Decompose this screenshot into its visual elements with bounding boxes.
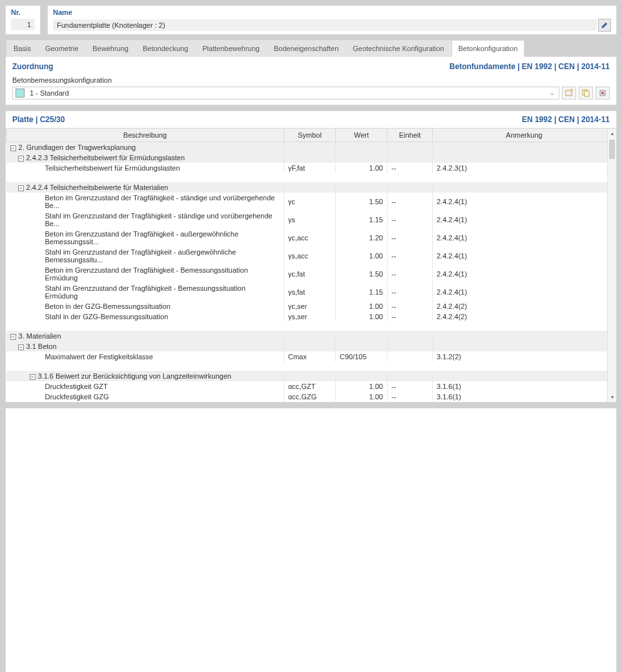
- cell-val[interactable]: C90/105: [336, 352, 388, 362]
- cell-sym: γs,fat: [284, 283, 336, 301]
- cell-sym: γF,fat: [284, 163, 336, 173]
- cell-note: [433, 182, 616, 193]
- assignment-title: Zuordnung: [12, 62, 53, 71]
- name-field: Name Fundamentplatte (Knotenlager : 2): [47, 5, 617, 35]
- cell-note: [433, 142, 616, 153]
- cell-val[interactable]: 1.00: [336, 247, 388, 265]
- cell-val[interactable]: 1.00: [336, 381, 388, 392]
- tab-basis[interactable]: Basis: [6, 40, 38, 57]
- table-row[interactable]: Stahl in der GZG-Bemessungssituationγs,s…: [6, 311, 616, 322]
- table-row[interactable]: Stahl im Grenzzustand der Tragfähigkeit …: [6, 247, 616, 265]
- table-row[interactable]: Maximalwert der FestigkeitsklasseCmaxC90…: [6, 352, 616, 362]
- cell-note: [433, 331, 616, 341]
- table-title-right: EN 1992 | CEN | 2014-11: [522, 115, 610, 124]
- cell-val[interactable]: 1.00: [336, 301, 388, 311]
- table-row[interactable]: Stahl im Grenzzustand der Tragfähigkeit …: [6, 211, 616, 229]
- cell-note: 3.1.6(1): [433, 381, 616, 392]
- dropdown-arrow-icon[interactable]: ⌄: [546, 90, 559, 96]
- tab-bewehrung[interactable]: Bewehrung: [85, 40, 136, 57]
- cell-val[interactable]: 1.00: [336, 392, 388, 402]
- svg-rect-0: [566, 90, 572, 96]
- cell-sym: [284, 371, 336, 381]
- config-select[interactable]: 1 - Standard ⌄: [12, 87, 559, 100]
- cell-val[interactable]: 1.00: [336, 311, 388, 322]
- table-row[interactable]: −2.4.2.4 Teilsicherheitsbeiwerte für Mat…: [6, 182, 616, 193]
- cell-val[interactable]: 1.15: [336, 211, 388, 229]
- tab-geotechnische-konfiguration[interactable]: Geotechnische Konfiguration: [346, 40, 451, 57]
- scroll-down-icon[interactable]: ▾: [608, 393, 616, 402]
- delete-config-button[interactable]: [596, 87, 610, 100]
- scroll-up-icon[interactable]: ▴: [608, 129, 616, 138]
- tab-plattenbewehrung[interactable]: Plattenbewehrung: [195, 40, 267, 57]
- table-row[interactable]: Beton im Grenzzustand der Tragfähigkeit …: [6, 265, 616, 283]
- tree-toggle-icon[interactable]: −: [18, 156, 24, 162]
- col-sym[interactable]: Symbol: [284, 129, 336, 142]
- table-row[interactable]: Druckfestigkeit GZGαcc,GZG1.00--3.1.6(1): [6, 392, 616, 402]
- tree-toggle-icon[interactable]: −: [10, 145, 16, 151]
- col-note[interactable]: Anmerkung: [433, 129, 616, 142]
- tree-toggle-icon[interactable]: −: [30, 374, 36, 380]
- cell-val[interactable]: 1.50: [336, 193, 388, 211]
- table-row[interactable]: Stahl im Grenzzustand der Tragfähigkeit …: [6, 283, 616, 301]
- cell-val[interactable]: 1.00: [336, 163, 388, 173]
- name-value[interactable]: Fundamentplatte (Knotenlager : 2): [53, 19, 597, 31]
- cell-unit: --: [388, 193, 433, 211]
- data-grid: Beschreibung Symbol Wert Einheit Anmerku…: [6, 128, 616, 402]
- table-row[interactable]: −2. Grundlagen der Tragwerksplanung: [6, 142, 616, 153]
- table-row[interactable]: Beton in der GZG-Bemessungssituationγc,s…: [6, 301, 616, 311]
- cell-val[interactable]: 1.15: [336, 283, 388, 301]
- cell-sym: [284, 341, 336, 352]
- row-description: Stahl im Grenzzustand der Tragfähigkeit …: [45, 284, 246, 300]
- cell-unit: [388, 331, 433, 341]
- col-unit[interactable]: Einheit: [388, 129, 433, 142]
- vertical-scrollbar[interactable]: ▴ ▾: [607, 129, 616, 402]
- edit-name-button[interactable]: [598, 19, 611, 32]
- cell-val[interactable]: 1.20: [336, 229, 388, 247]
- tab-betonkonfiguration[interactable]: Betonkonfiguration: [451, 40, 525, 57]
- config-label: Betonbemessungskonfiguration: [12, 76, 610, 84]
- cell-note: 2.4.2.4(2): [433, 301, 616, 311]
- row-description: Maximalwert der Festigkeitsklasse: [45, 353, 154, 361]
- table-row[interactable]: −3.1.6 Beiwert zur Berücksichtigung von …: [6, 371, 616, 381]
- row-description: 2.4.2.3 Teilsicherheitsbeiwert für Ermüd…: [26, 154, 185, 162]
- row-description: Stahl im Grenzzustand der Tragfähigkeit …: [45, 212, 273, 227]
- tree-toggle-icon[interactable]: −: [18, 185, 24, 191]
- cell-val: [336, 371, 388, 381]
- cell-sym: γc,fat: [284, 265, 336, 283]
- nr-value[interactable]: 1: [11, 19, 35, 30]
- name-label: Name: [53, 8, 611, 16]
- cell-val: [336, 152, 388, 163]
- table-row[interactable]: Beton im Grenzzustand der Tragfähigkeit …: [6, 193, 616, 211]
- tree-toggle-icon[interactable]: −: [18, 344, 24, 350]
- cell-unit: [388, 142, 433, 153]
- tree-toggle-icon[interactable]: −: [10, 334, 16, 340]
- row-description: Druckfestigkeit GZT: [45, 383, 108, 390]
- table-row[interactable]: −2.4.2.3 Teilsicherheitsbeiwert für Ermü…: [6, 152, 616, 163]
- tab-bodeneigenschaften[interactable]: Bodeneigenschaften: [267, 40, 346, 57]
- col-desc[interactable]: Beschreibung: [6, 129, 284, 142]
- table-row[interactable]: Teilsicherheitsbeiwert für Ermüdungslast…: [6, 163, 616, 173]
- tab-geometrie[interactable]: Geometrie: [38, 40, 85, 57]
- table-row[interactable]: −3. Materialien: [6, 331, 616, 341]
- cell-unit: [388, 352, 433, 362]
- cell-sym: [284, 142, 336, 153]
- row-description: Stahl im Grenzzustand der Tragfähigkeit …: [45, 248, 236, 264]
- cell-note: 2.4.2.3(1): [433, 163, 616, 173]
- table-row[interactable]: −3.1 Beton: [6, 341, 616, 352]
- copy-config-button[interactable]: [579, 87, 593, 100]
- cell-sym: αcc,GZT: [284, 381, 336, 392]
- table-row[interactable]: Druckfestigkeit GZTαcc,GZT1.00--3.1.6(1): [6, 381, 616, 392]
- new-icon: [565, 89, 574, 98]
- nr-field: Nr. 1: [5, 5, 41, 35]
- cell-sym: γs: [284, 211, 336, 229]
- new-config-button[interactable]: [562, 87, 576, 100]
- pencil-icon: [601, 21, 608, 29]
- table-row[interactable]: Beton im Grenzzustand der Tragfähigkeit …: [6, 229, 616, 247]
- scroll-thumb[interactable]: [609, 140, 615, 159]
- tab-betondeckung[interactable]: Betondeckung: [136, 40, 195, 57]
- cell-sym: [284, 331, 336, 341]
- cell-unit: [388, 371, 433, 381]
- cell-val[interactable]: 1.50: [336, 265, 388, 283]
- col-val[interactable]: Wert: [336, 129, 388, 142]
- cell-note: 2.4.2.4(1): [433, 265, 616, 283]
